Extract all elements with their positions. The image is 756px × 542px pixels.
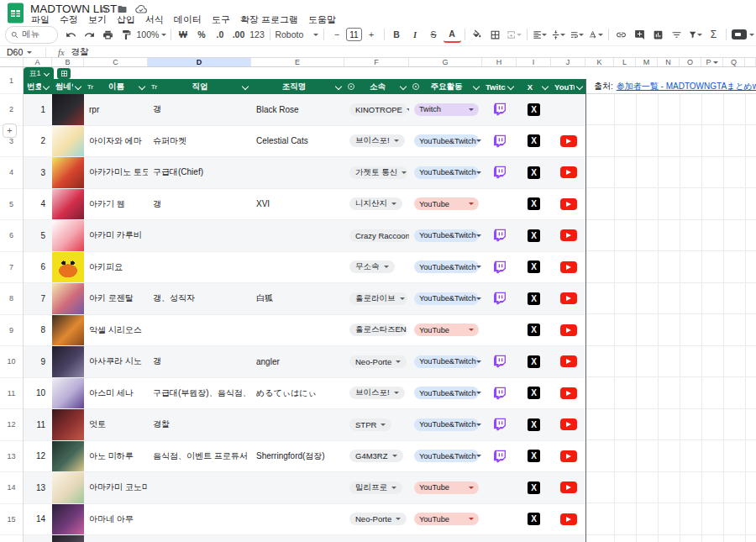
- cell-affiliation[interactable]: Crazy Raccoon: [344, 220, 409, 251]
- cell-job[interactable]: 갱、성직자: [148, 283, 251, 314]
- cell-twitch[interactable]: [482, 94, 517, 125]
- cell-thumbnail[interactable]: [52, 409, 84, 440]
- cell-x[interactable]: X: [517, 504, 551, 535]
- twitch-icon[interactable]: [493, 387, 507, 400]
- x-icon[interactable]: X: [528, 166, 540, 179]
- row-header-2[interactable]: 2: [0, 94, 23, 126]
- row-header-1[interactable]: 1: [0, 67, 23, 94]
- cell-activity[interactable]: YouTube: [409, 472, 482, 503]
- table-header-1[interactable]: 번호: [24, 79, 52, 94]
- cell-youtube[interactable]: [551, 220, 585, 251]
- column-header-B[interactable]: B: [52, 58, 84, 66]
- cell-twitch[interactable]: [482, 441, 517, 472]
- cell-youtube[interactable]: [551, 378, 585, 409]
- column-header-M[interactable]: M: [636, 58, 658, 66]
- cell-number[interactable]: 7: [24, 283, 52, 314]
- cell-job[interactable]: 갱: [148, 189, 251, 220]
- table-header-2[interactable]: 썸네일: [52, 79, 84, 94]
- italic-button[interactable]: I: [407, 27, 424, 42]
- cell-name[interactable]: 엇토: [84, 409, 148, 440]
- activity-chip[interactable]: YouTube&Twitch: [414, 134, 479, 147]
- cell-job[interactable]: [148, 220, 251, 251]
- cell-thumbnail[interactable]: [52, 346, 84, 377]
- vertical-align-button[interactable]: [549, 27, 567, 42]
- cell-activity[interactable]: YouTube&Twitch: [409, 378, 482, 409]
- cell-number[interactable]: 5: [24, 220, 52, 251]
- cell-twitch[interactable]: [482, 126, 517, 157]
- cell-job[interactable]: 음식점、이벤트 프로듀서: [148, 441, 251, 472]
- cell-thumbnail[interactable]: [52, 283, 84, 314]
- affiliation-chip[interactable]: KINOTROPE: [349, 103, 407, 116]
- cell-youtube[interactable]: [551, 315, 585, 346]
- cell-x[interactable]: X: [517, 126, 551, 157]
- cell-activity[interactable]: YouTube&Twitch: [409, 346, 482, 377]
- cell-name[interactable]: 아마카미 코노미: [84, 472, 148, 503]
- cell-number[interactable]: 1: [24, 94, 52, 125]
- table-header-5[interactable]: 조직명: [251, 79, 344, 94]
- table-options-button[interactable]: [57, 68, 71, 79]
- text-color-button[interactable]: A: [444, 26, 461, 43]
- cell-youtube[interactable]: [551, 189, 585, 220]
- cell-organization[interactable]: [251, 315, 344, 346]
- cell-number[interactable]: 14: [24, 504, 52, 535]
- cell-affiliation[interactable]: G4M3RZ: [344, 441, 409, 472]
- functions-button[interactable]: Σ: [705, 27, 722, 42]
- twitch-icon[interactable]: [493, 229, 507, 242]
- name-box[interactable]: D60: [0, 47, 40, 57]
- cell-name[interactable]: rpr: [84, 94, 148, 125]
- cell-job[interactable]: 구급대(Chief): [148, 157, 251, 188]
- x-icon[interactable]: X: [528, 197, 540, 210]
- decrease-font-size-button[interactable]: −: [328, 27, 345, 42]
- cell-job[interactable]: 갱: [148, 346, 251, 377]
- activity-chip[interactable]: Twitch: [414, 103, 479, 116]
- zoom-button[interactable]: 100%: [136, 27, 167, 42]
- cell-organization[interactable]: [251, 252, 344, 283]
- cell-activity[interactable]: Twitch: [409, 94, 482, 125]
- cell-organization[interactable]: [251, 157, 344, 188]
- text-wrap-button[interactable]: [568, 27, 585, 42]
- decrease-decimal-button[interactable]: .0: [212, 27, 229, 42]
- cell-number[interactable]: 3: [24, 157, 52, 188]
- cell-thumbnail[interactable]: [52, 157, 84, 188]
- menus-search[interactable]: 메뉴: [5, 26, 58, 44]
- youtube-icon[interactable]: [560, 481, 577, 493]
- youtube-icon[interactable]: [560, 292, 577, 304]
- cell-affiliation[interactable]: 밀리프로: [344, 472, 409, 503]
- cell-organization[interactable]: [251, 472, 344, 503]
- x-icon[interactable]: X: [528, 387, 540, 399]
- table-tab[interactable]: 표1: [24, 67, 54, 79]
- insert-comment-button[interactable]: [631, 27, 648, 42]
- table-header-10[interactable]: YouTube: [551, 79, 585, 94]
- cell-x[interactable]: X: [517, 315, 551, 346]
- youtube-icon[interactable]: [560, 324, 577, 336]
- cell-name[interactable]: 아마네 아무: [84, 504, 148, 535]
- x-icon[interactable]: X: [528, 418, 540, 431]
- cell-twitch[interactable]: [482, 346, 517, 377]
- cell-affiliation[interactable]: 니지산지: [344, 189, 409, 220]
- cell-thumbnail[interactable]: [52, 189, 84, 220]
- redo-button[interactable]: [81, 27, 98, 42]
- cell-x[interactable]: X: [517, 252, 551, 283]
- cell-name[interactable]: 아스미 세나: [84, 378, 148, 409]
- cell-twitch[interactable]: [482, 283, 517, 314]
- cell-thumbnail[interactable]: [52, 126, 84, 157]
- activity-chip[interactable]: YouTube: [414, 481, 479, 494]
- cell-number[interactable]: 12: [24, 441, 52, 472]
- column-header-F[interactable]: F: [344, 58, 409, 66]
- row-header-5[interactable]: 5: [0, 189, 23, 221]
- column-header-C[interactable]: C: [84, 58, 148, 66]
- cell-twitch[interactable]: [482, 157, 517, 188]
- cell-name[interactable]: 아노 미하루: [84, 441, 148, 472]
- cell-name[interactable]: 아키 로젠탈: [84, 283, 148, 314]
- x-icon[interactable]: X: [528, 292, 540, 305]
- fill-color-button[interactable]: [468, 27, 486, 42]
- twitch-icon[interactable]: [493, 292, 507, 305]
- cell-youtube[interactable]: [551, 283, 585, 314]
- table-header-4[interactable]: Tr직업: [148, 79, 251, 94]
- font-size-input[interactable]: 11: [346, 28, 361, 41]
- cell-x[interactable]: X: [517, 94, 551, 125]
- column-header-P[interactable]: P: [701, 58, 723, 66]
- cell-number[interactable]: 13: [24, 472, 52, 503]
- paint-format-button[interactable]: [118, 27, 135, 42]
- cell-name[interactable]: 악셀 시리오스: [84, 315, 148, 346]
